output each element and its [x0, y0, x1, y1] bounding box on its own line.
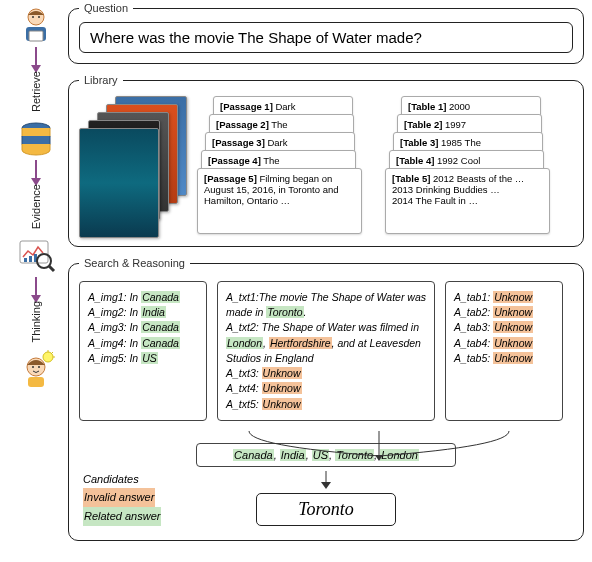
img-answers: A_img1: In CanadaA_img2: In IndiaA_img3:… [79, 281, 207, 421]
search-reasoning-panel: Search & Reasoning A_img1: In CanadaA_im… [68, 257, 584, 541]
question-text: Where was the movie The Shape of Water m… [79, 22, 573, 53]
svg-point-1 [32, 16, 34, 18]
library-panel: Library [Passage 1] Dark [Passage 2] The… [68, 74, 584, 247]
database-icon [16, 118, 56, 158]
movie-poster [79, 128, 159, 238]
image-stack [79, 96, 189, 236]
library-legend: Library [79, 74, 123, 86]
svg-rect-8 [29, 256, 32, 262]
svg-rect-15 [28, 377, 44, 387]
person-reading-icon [16, 5, 56, 45]
tab-answers: A_tab1: UnknowA_tab2: UnknowA_tab3: Unkn… [445, 281, 563, 421]
search-chart-icon [16, 235, 56, 275]
main-content: Question Where was the movie The Shape o… [68, 2, 584, 551]
legend-block: Candidates Invalid answer Related answer [83, 470, 161, 526]
stage-retrieve-label: Retrieve [30, 71, 42, 112]
txt-answers: A_txt1:The movie The Shape of Water was … [217, 281, 435, 421]
table-stack: [Table 1] 2000 [Table 2] 1997 [Table 3] … [385, 96, 565, 236]
question-panel: Question Where was the movie The Shape o… [68, 2, 584, 64]
arrow-down-icon [35, 160, 37, 180]
sr-legend: Search & Reasoning [79, 257, 190, 269]
legend-candidates: Candidates [83, 470, 139, 489]
stage-thinking-label: Thinking [30, 301, 42, 343]
svg-marker-20 [375, 455, 383, 461]
svg-line-18 [51, 352, 53, 354]
svg-marker-22 [321, 482, 331, 489]
svg-rect-7 [24, 258, 27, 262]
svg-point-13 [32, 366, 34, 368]
legend-invalid: Invalid answer [83, 488, 155, 507]
passage-card: [Passage 5] Filming began on August 15, … [197, 168, 362, 234]
legend-related: Related answer [83, 507, 161, 526]
svg-point-2 [38, 16, 40, 18]
final-answer: Toronto [256, 493, 396, 526]
merge-arrows-icon [229, 431, 529, 461]
question-legend: Question [79, 2, 133, 14]
svg-point-14 [38, 366, 40, 368]
svg-line-11 [49, 266, 54, 271]
arrow-down-icon [316, 471, 336, 489]
pipeline-stages: Retrieve Evidence Thinking [8, 5, 64, 555]
table-card: [Table 5] 2012 Beasts of the … 2013 Drin… [385, 168, 550, 234]
svg-rect-4 [29, 31, 43, 41]
stage-evidence-label: Evidence [30, 184, 42, 229]
arrow-down-icon [35, 47, 37, 67]
person-idea-icon [16, 349, 56, 389]
passage-stack: [Passage 1] Dark [Passage 2] The [Passag… [197, 96, 377, 236]
arrow-down-icon [35, 277, 37, 297]
